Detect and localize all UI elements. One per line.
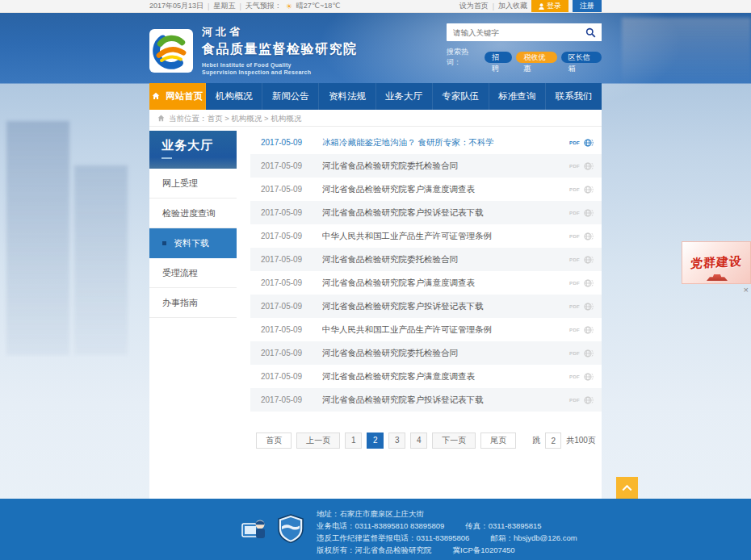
pagination-page[interactable]: 1 (345, 433, 362, 449)
nav-item[interactable]: 资料法规 (319, 83, 376, 110)
pagination-last[interactable]: 尾页 (480, 433, 516, 449)
sidebar-item-label: 受理流程 (162, 268, 198, 278)
list-item-actions: PDF (569, 254, 594, 265)
hot-tag[interactable]: 税收优惠 (516, 52, 556, 63)
search-input[interactable] (447, 28, 579, 37)
list-item-title[interactable]: 河北省食品检验研究院客户满意度调查表 (322, 278, 569, 289)
globe-download-icon[interactable] (582, 324, 594, 336)
pagination-prev[interactable]: 上一页 (296, 433, 340, 449)
list-item-actions: PDF (569, 231, 594, 242)
pagination-page[interactable]: 2 (367, 433, 384, 449)
weather-text: 晴27℃~18℃ (296, 1, 341, 11)
hot-tag[interactable]: 区长信箱 (561, 52, 602, 63)
sidebar-item[interactable]: 检验进度查询 (149, 199, 237, 228)
list-item: 2017-05-09 中华人民共和国工业产品生产许可证管理条例 PDF (250, 224, 602, 248)
search-icon (585, 27, 596, 38)
list-item-date: 2017-05-09 (261, 208, 311, 217)
footer-info: 地址：石家庄市鹿泉区上庄大街 业务电话：0311-83895810 838958… (317, 508, 577, 556)
nav-item-label: 资料法规 (329, 91, 366, 101)
globe-download-icon[interactable] (582, 207, 594, 219)
pdf-icon[interactable]: PDF (569, 281, 580, 286)
pagination-page[interactable]: 4 (410, 433, 427, 449)
back-to-top-button[interactable] (616, 477, 638, 499)
login-button[interactable]: 登录 (531, 0, 568, 12)
nav-item[interactable]: 网站首页 (149, 83, 206, 110)
separator: | (208, 2, 209, 10)
nav-item[interactable]: 联系我们 (546, 83, 602, 110)
nav-item[interactable]: 业务大厅 (376, 83, 433, 110)
total-pages-label: 共100页 (566, 435, 596, 446)
globe-download-icon[interactable] (582, 137, 594, 148)
search-button[interactable] (579, 23, 602, 41)
list-item-title[interactable]: 河北省食品检验研究院委托检验合同 (322, 348, 569, 359)
list-item-date: 2017-05-09 (261, 325, 311, 334)
list-item-title[interactable]: 中华人民共和国工业产品生产许可证管理条例 (322, 231, 569, 242)
sidebar-item[interactable]: 资料下载 (149, 228, 237, 258)
list-item-title[interactable]: 河北省食品检验研究院客户满意度调查表 (322, 371, 569, 382)
globe-download-icon[interactable] (582, 395, 594, 406)
hot-tag[interactable]: 招聘 (485, 52, 512, 63)
separator: | (239, 2, 241, 10)
globe-download-icon[interactable] (582, 161, 594, 172)
list-item-actions: PDF (569, 348, 594, 359)
main-nav-wrap: 网站首页 机构概况 新闻公告 资料法规 (0, 83, 751, 110)
pdf-icon[interactable]: PDF (569, 351, 580, 356)
nav-item[interactable]: 机构概况 (206, 83, 262, 110)
pdf-icon[interactable]: PDF (569, 374, 580, 379)
page: 2017年05月13日 | 星期五 | 天气预报： ☀ 晴27℃~18℃ 设为首… (0, 0, 751, 560)
breadcrumb[interactable]: 当前位置：首页 > 机构概况 > 机构概况 (149, 110, 602, 127)
footer-report-email: 违反工作纪律监督举报电话：0311-83895806邮箱：hbsjydb@126… (317, 532, 577, 544)
nav-item[interactable]: 标准查询 (489, 83, 546, 110)
register-button[interactable]: 注册 (573, 0, 602, 12)
pdf-icon[interactable]: PDF (569, 211, 580, 215)
pdf-icon[interactable]: PDF (569, 398, 580, 403)
list-item-title[interactable]: 中华人民共和国工业产品生产许可证管理条例 (322, 324, 569, 336)
globe-download-icon[interactable] (582, 348, 594, 359)
nav-item-label: 标准查询 (498, 91, 535, 101)
pdf-icon[interactable]: PDF (569, 257, 580, 262)
list-item-title[interactable]: 冰箱冷藏能鉴定地沟油？ 食研所专家：不科学 (322, 137, 569, 148)
list-item-title[interactable]: 河北省食品检验研究院客户投诉登记表下载 (322, 207, 569, 219)
add-favorite-link[interactable]: 加入收藏 (498, 1, 527, 11)
sidebar-item[interactable]: 网上受理 (149, 169, 237, 199)
set-home-link[interactable]: 设为首页 (459, 1, 489, 11)
date-weather: 2017年05月13日 | 星期五 | 天气预报： ☀ 晴27℃~18℃ (149, 1, 340, 11)
list-item-title[interactable]: 河北省食品检验研究院委托检验合同 (322, 161, 569, 172)
pagination-first[interactable]: 首页 (256, 433, 292, 449)
globe-download-icon[interactable] (582, 184, 594, 195)
security-badge-icon[interactable] (277, 514, 304, 556)
list-item-actions: PDF (569, 371, 594, 382)
cyber-police-icon[interactable] (240, 514, 269, 556)
pdf-icon[interactable]: PDF (569, 328, 580, 332)
party-building-banner[interactable]: 党群建设 (682, 241, 751, 284)
pdf-icon[interactable]: PDF (569, 187, 580, 192)
globe-download-icon[interactable] (582, 231, 594, 242)
org-logo-link[interactable]: 河北省 食品质量监督检验研究院 Hebei Institute of Food … (149, 18, 358, 83)
pdf-icon[interactable]: PDF (569, 234, 580, 239)
list-item-title[interactable]: 河北省食品检验研究院客户满意度调查表 (322, 184, 569, 195)
list-item-actions: PDF (569, 324, 594, 336)
list-item-title[interactable]: 河北省食品检验研究院委托检验合同 (322, 254, 569, 265)
footer-address: 地址：石家庄市鹿泉区上庄大街 (317, 508, 577, 520)
globe-download-icon[interactable] (582, 254, 594, 265)
banner-close-icon[interactable]: × (744, 286, 749, 294)
pagination-page[interactable]: 3 (388, 433, 405, 449)
site-header: 河北省 食品质量监督检验研究院 Hebei Institute of Food … (0, 13, 751, 83)
pdf-icon[interactable]: PDF (569, 304, 580, 309)
jump-page-input[interactable] (545, 433, 561, 449)
pagination-next[interactable]: 下一页 (432, 433, 476, 449)
globe-download-icon[interactable] (582, 371, 594, 382)
home-icon (157, 115, 165, 122)
pdf-icon[interactable]: PDF (569, 164, 580, 169)
list-item-title[interactable]: 河北省食品检验研究院客户投诉登记表下载 (322, 301, 569, 312)
nav-item[interactable]: 新闻公告 (262, 83, 319, 110)
globe-download-icon[interactable] (582, 301, 594, 312)
sidebar-item[interactable]: 受理流程 (149, 258, 237, 288)
list-item-title[interactable]: 河北省食品检验研究院客户投诉登记表下载 (322, 395, 569, 406)
globe-download-icon[interactable] (582, 278, 594, 289)
footer-copyright: 版权所有：河北省食品检验研究院冀ICP备10207450 (317, 544, 577, 556)
pdf-icon[interactable]: PDF (569, 140, 580, 145)
footer-phones: 业务电话：0311-83895810 83895809传真：0311-83895… (317, 520, 577, 532)
sidebar-item[interactable]: 办事指南 (149, 288, 237, 318)
nav-item[interactable]: 专家队伍 (433, 83, 489, 110)
